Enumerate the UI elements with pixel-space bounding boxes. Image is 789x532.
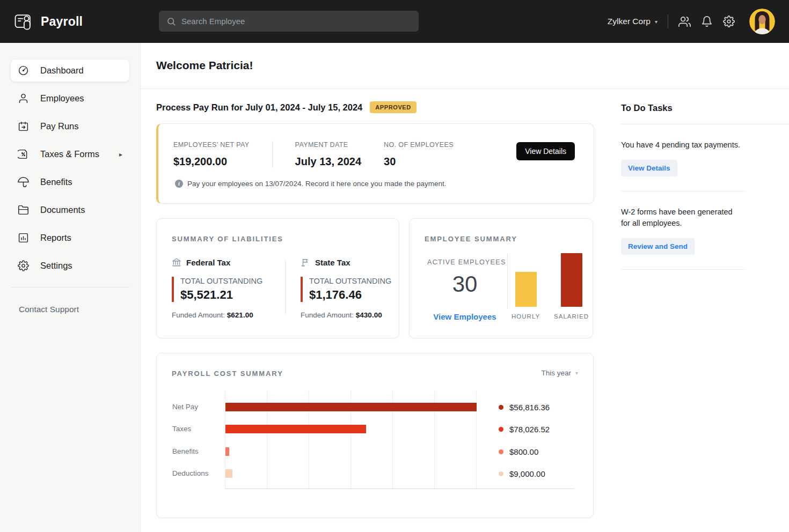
sidebar-item-benefits[interactable]: Benefits bbox=[11, 171, 129, 193]
employee-type-column: SALARIED bbox=[554, 253, 589, 320]
sidebar-item-label: Documents bbox=[40, 205, 85, 215]
todo-task-button[interactable]: View Details bbox=[621, 160, 677, 176]
sidebar-item-reports[interactable]: Reports bbox=[11, 227, 129, 249]
info-icon: i bbox=[175, 180, 183, 188]
view-employees-link[interactable]: View Employees bbox=[427, 312, 502, 321]
todo-task-text: You have 4 pending tax payments. bbox=[621, 139, 743, 151]
search-icon bbox=[166, 17, 176, 26]
topbar-actions: Zylker Corp ▾ bbox=[608, 0, 775, 43]
payrun-stats: EMPLOYEES' NET PAY$19,200.00PAYMENT DATE… bbox=[173, 141, 476, 168]
org-switcher[interactable]: Zylker Corp ▾ bbox=[608, 17, 658, 26]
employee-search[interactable] bbox=[159, 11, 419, 32]
employee-type-label: SALARIED bbox=[554, 313, 589, 320]
payroll-cost-card: PAYROLL COST SUMMARY This year ▾ Net Pay… bbox=[156, 353, 594, 518]
chart-legend-item: $56,816.36 bbox=[499, 403, 550, 411]
employee-card-divider bbox=[507, 254, 508, 309]
sidebar-item-label: Benefits bbox=[40, 177, 72, 187]
gear-icon[interactable] bbox=[723, 16, 735, 27]
stat-value: July 13, 2024 bbox=[295, 156, 361, 168]
employee-type-label: HOURLY bbox=[512, 313, 540, 320]
employee-type-chart: HOURLYSALARIED bbox=[513, 251, 588, 320]
reports-icon bbox=[18, 232, 29, 243]
chart-range-value: This year bbox=[541, 369, 571, 377]
employee-summary-title: EMPLOYEE SUMMARY bbox=[425, 235, 517, 243]
todo-task-divider bbox=[621, 269, 745, 270]
payrun-heading: Process Pay Run for July 01, 2024 - July… bbox=[156, 101, 417, 113]
sidebar-item-documents[interactable]: Documents bbox=[11, 199, 129, 221]
search-input[interactable] bbox=[181, 17, 411, 26]
sidebar-item-dashboard[interactable]: Dashboard bbox=[11, 60, 129, 82]
welcome-header: Welcome Patricia! bbox=[141, 43, 789, 89]
bank-icon bbox=[172, 257, 181, 267]
stat-label: NO. OF EMPLOYEES bbox=[384, 141, 454, 149]
employees-icon bbox=[18, 93, 29, 104]
payrun-note-text: Pay your employees on 13/07/2024. Record… bbox=[187, 180, 447, 188]
chart-x-axis bbox=[225, 489, 575, 489]
chart-range-select[interactable]: This year ▾ bbox=[541, 369, 578, 377]
employee-type-column: HOURLY bbox=[512, 272, 540, 320]
sidebar-item-taxes-forms[interactable]: Taxes & Forms ▸ bbox=[11, 143, 129, 165]
legend-dot-icon bbox=[499, 427, 503, 432]
legend-value: $9,000.00 bbox=[509, 469, 545, 478]
payroll-cost-title: PAYROLL COST SUMMARY bbox=[172, 370, 283, 378]
todo-task: You have 4 pending tax payments. View De… bbox=[621, 124, 789, 191]
chart-bar bbox=[225, 469, 232, 478]
legend-dot-icon bbox=[499, 449, 503, 454]
view-details-button[interactable]: View Details bbox=[516, 142, 575, 160]
active-employees-count: 30 bbox=[427, 271, 502, 297]
legend-value: $78,026.52 bbox=[509, 425, 550, 434]
funded-value: $430.00 bbox=[356, 311, 382, 319]
todo-panel: To Do Tasks You have 4 pending tax payme… bbox=[621, 103, 789, 270]
sidebar-nav: Dashboard Employees Pay Runs Taxes & For… bbox=[0, 60, 140, 277]
todo-title: To Do Tasks bbox=[621, 103, 789, 113]
funded-label: Funded Amount: bbox=[172, 311, 225, 319]
liabilities-card: SUMMARY OF LIABILITIES Federal TaxTOTAL … bbox=[156, 218, 399, 338]
liabilities-title: SUMMARY OF LIABILITIES bbox=[172, 235, 283, 243]
stat-value: $19,200.00 bbox=[173, 156, 250, 168]
legend-value: $56,816.36 bbox=[509, 403, 550, 412]
liability-item: Federal TaxTOTAL OUTSTANDING$5,521.21Fun… bbox=[172, 257, 285, 319]
outstanding-value: $1,176.46 bbox=[309, 288, 400, 302]
user-avatar[interactable] bbox=[749, 9, 775, 34]
payrun-card: EMPLOYEES' NET PAY$19,200.00PAYMENT DATE… bbox=[156, 123, 594, 204]
taxes-icon bbox=[18, 149, 29, 160]
payrun-stat: NO. OF EMPLOYEES30 bbox=[384, 141, 476, 168]
sidebar-divider bbox=[11, 287, 129, 287]
sidebar-item-pay-runs[interactable]: Pay Runs bbox=[11, 115, 129, 137]
outstanding-value: $5,521.21 bbox=[180, 288, 285, 302]
sidebar-item-settings[interactable]: Settings bbox=[11, 255, 129, 277]
funded-amount: Funded Amount: $430.00 bbox=[301, 311, 400, 319]
chevron-right-icon: ▸ bbox=[119, 151, 122, 158]
documents-icon bbox=[18, 204, 29, 216]
main-content: Welcome Patricia! Process Pay Run for Ju… bbox=[141, 43, 789, 532]
chevron-down-icon: ▾ bbox=[655, 19, 658, 25]
todo-tasks: You have 4 pending tax payments. View De… bbox=[621, 124, 789, 270]
sidebar-item-employees[interactable]: Employees bbox=[11, 87, 129, 109]
flag-icon bbox=[301, 257, 310, 267]
chart-category-label: Benefits bbox=[172, 447, 221, 456]
payrun-stat: EMPLOYEES' NET PAY$19,200.00 bbox=[173, 141, 273, 168]
contact-support-link[interactable]: Contact Support bbox=[19, 305, 79, 314]
stat-label: PAYMENT DATE bbox=[295, 141, 361, 149]
legend-dot-icon bbox=[499, 471, 503, 476]
funded-label: Funded Amount: bbox=[301, 311, 354, 319]
app-name: Payroll bbox=[41, 14, 83, 29]
payroll-cost-plot: Net Pay$56,816.36Taxes$78,026.52Benefits… bbox=[225, 390, 575, 489]
chart-category-label: Taxes bbox=[172, 425, 221, 433]
active-employees-label: ACTIVE EMPLOYEES bbox=[427, 258, 506, 266]
employee-type-bar bbox=[515, 272, 537, 307]
liability-name: State Tax bbox=[315, 258, 350, 267]
users-icon[interactable] bbox=[678, 16, 691, 28]
sidebar: Dashboard Employees Pay Runs Taxes & For… bbox=[0, 43, 141, 532]
payrun-note: i Pay your employees on 13/07/2024. Reco… bbox=[175, 180, 447, 188]
bell-icon[interactable] bbox=[701, 16, 713, 27]
settings-icon bbox=[18, 260, 29, 271]
liability-name: Federal Tax bbox=[186, 258, 230, 267]
todo-task-button[interactable]: Review and Send bbox=[621, 238, 695, 255]
stat-label: EMPLOYEES' NET PAY bbox=[173, 141, 250, 149]
chart-bar bbox=[225, 447, 229, 456]
liability-item: State TaxTOTAL OUTSTANDING$1,176.46Funde… bbox=[286, 257, 400, 319]
legend-dot-icon bbox=[499, 405, 503, 410]
todo-task: W-2 forms have been generated for all em… bbox=[621, 191, 789, 270]
chart-legend-item: $800.00 bbox=[499, 447, 538, 456]
